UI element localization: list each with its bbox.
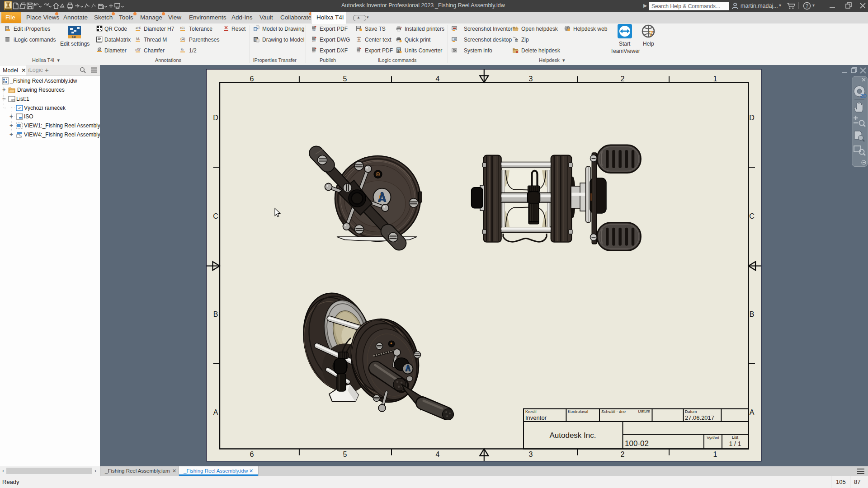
svg-text:3: 3 xyxy=(529,75,533,83)
svg-text:Datum: Datum xyxy=(685,409,697,414)
svg-text:x45°: x45° xyxy=(135,48,141,51)
svg-text:B: B xyxy=(750,310,755,318)
svg-text:1: 1 xyxy=(713,75,717,83)
svg-text:B: B xyxy=(213,310,218,318)
svg-text:List: List xyxy=(732,435,739,440)
svg-text:2: 2 xyxy=(621,450,625,458)
svg-text:4: 4 xyxy=(436,75,440,83)
svg-text:5: 5 xyxy=(343,450,347,458)
svg-text:1: 1 xyxy=(713,450,717,458)
svg-text:Vydání: Vydání xyxy=(707,436,719,440)
svg-text:1 / 1: 1 / 1 xyxy=(729,440,741,447)
svg-text:DWG: DWG xyxy=(312,40,317,42)
svg-text:C: C xyxy=(213,212,218,220)
svg-text:Autodesk Inc.: Autodesk Inc. xyxy=(549,431,596,440)
svg-text:?: ? xyxy=(649,30,653,38)
svg-text:D: D xyxy=(213,114,218,122)
svg-text:Inventor: Inventor xyxy=(525,414,547,421)
svg-text:?: ? xyxy=(400,26,402,30)
svg-text:4: 4 xyxy=(436,450,440,458)
svg-text:100-02: 100-02 xyxy=(625,439,649,448)
svg-text:6: 6 xyxy=(250,450,254,458)
svg-text:Datum: Datum xyxy=(638,409,650,413)
svg-text:C: C xyxy=(749,212,755,220)
svg-text:±01: ±01 xyxy=(180,26,185,29)
svg-text:M,: M, xyxy=(136,37,140,41)
svg-text:½: ½ xyxy=(181,48,184,51)
svg-text:PDF: PDF xyxy=(357,51,361,53)
svg-text:?: ? xyxy=(806,3,808,9)
svg-text:⌀H7: ⌀H7 xyxy=(136,26,141,29)
svg-text:2: 2 xyxy=(621,75,625,83)
svg-text:A: A xyxy=(750,408,755,416)
svg-text:Kreslil: Kreslil xyxy=(525,409,537,414)
svg-text:Schválil - dne: Schválil - dne xyxy=(601,409,626,414)
svg-text:27.06.2017: 27.06.2017 xyxy=(685,414,714,421)
svg-text:D: D xyxy=(749,114,755,122)
svg-text:A: A xyxy=(213,408,218,416)
svg-text:PDF: PDF xyxy=(312,29,316,32)
svg-text:DXF: DXF xyxy=(312,51,316,53)
svg-text:2D: 2D xyxy=(860,93,867,99)
svg-text:Kontroloval: Kontroloval xyxy=(568,409,588,414)
svg-text:3: 3 xyxy=(529,450,533,458)
svg-text:ZIP: ZIP xyxy=(515,40,519,42)
svg-text:5: 5 xyxy=(343,75,347,83)
svg-text:T4I: T4I xyxy=(71,35,76,38)
svg-text:6: 6 xyxy=(250,75,254,83)
svg-text:(Ω): (Ω) xyxy=(180,37,185,41)
